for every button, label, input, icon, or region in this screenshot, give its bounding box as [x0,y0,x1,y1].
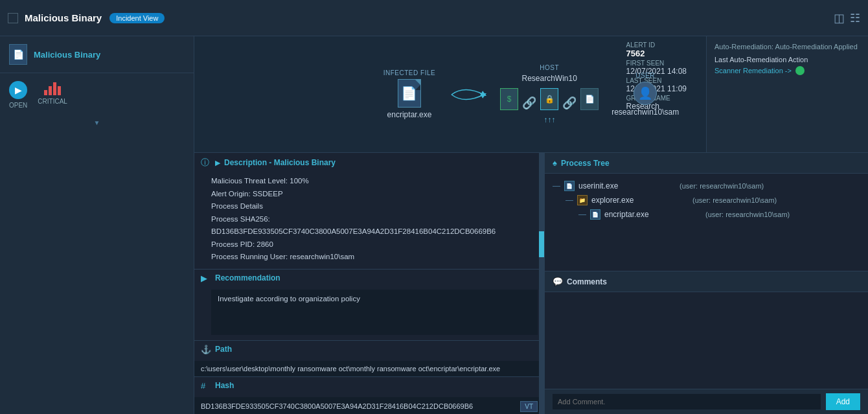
remediation-link[interactable]: Scanner Remediation -> [714,66,860,75]
description-section: ⓘ ▶ Description - Malicious Binary Malic… [194,153,544,270]
sidebar-file-icon: 📄 [9,44,27,65]
comments-footer: Add [545,389,868,414]
user-label: USER [635,72,655,79]
critical-label: CRITICAL [38,98,67,105]
process-icon-explorer: 📁 [577,195,588,205]
process-icon-encriptar: 📄 [590,209,600,220]
hash-section: # Hash BD136B3FDE933505CF3740C3800A5007E… [194,377,544,414]
lock-doc-icon: 🔒 [540,88,558,110]
sidebar-title: Malicious Binary [34,50,100,60]
process-pid: Process PID: 2860 [211,238,538,251]
add-comment-button[interactable]: Add [826,393,860,410]
path-header: ⚓ Path [194,341,544,358]
path-value: c:\users\user\desktop\monthly ransomware… [194,361,544,376]
sidebar-header: 📄 Malicious Binary [0,36,194,73]
recommendation-section: ▶ Recommendation Investigate according t… [194,270,544,341]
list-icon[interactable]: ☷ [850,11,860,25]
process-sha-value: BD136B3FDE933505CF3740C3800A5007E3A94A2D… [211,225,538,238]
tree-dash-1: — [553,181,560,190]
arrows-bottom: ↑↑↑ [543,115,555,124]
scroll-track [539,153,544,414]
process-details: Process Details [211,200,538,213]
user-name: researchwin10\sam [611,108,679,117]
process-name-encriptar: encriptar.exe [604,210,682,219]
alert-id-value: 7562 [626,49,687,58]
arrow-cluster [448,82,487,108]
open-badge: ▶ OPEN [9,81,27,109]
incident-badge: Incident View [109,13,165,23]
sidebar-badges: ▶ OPEN CRITICAL [0,73,194,117]
process-sha-label: Process SHA256: [211,213,538,226]
remediation-panel: Auto-Remediation: Auto-Remediation Appli… [706,36,868,152]
description-expand-arrow[interactable]: ▶ [215,159,220,167]
host-label: HOST [540,64,559,71]
alert-origin: Alert Origin: SSDEEP [211,188,538,201]
user-icon: 👤 [634,82,657,105]
comments-header: 💬 Comments [545,271,868,292]
file-icon: 📄 [398,79,421,108]
tree-row: — 📄 userinit.exe (user: researchwin10\sa… [553,179,860,193]
tree-dash-3: — [578,210,586,219]
right-panel: ♠ Process Tree — 📄 userinit.exe (user: r… [544,153,868,414]
remediation-status-icon [795,66,805,75]
bar-3 [53,82,56,95]
comments-section: 💬 Comments Add [545,271,868,414]
threat-level: Malicious Threat Level: 100% [211,175,538,188]
comments-icon: 💬 [553,277,563,286]
description-header: ⓘ ▶ Description - Malicious Binary [194,153,544,172]
tree-row: — 📄 encriptar.exe (user: researchwin10\s… [578,207,860,222]
auto-remediation-label: Auto-Remediation: [714,43,773,51]
hash-header: # Hash [194,377,544,395]
left-details-scroll[interactable]: ⓘ ▶ Description - Malicious Binary Malic… [194,153,544,414]
left-details: ⓘ ▶ Description - Malicious Binary Malic… [194,153,544,414]
recommendation-header: ▶ Recommendation [194,270,544,287]
open-label: OPEN [9,102,27,109]
host-chain-group: HOST ResearchWin10 $ 🔗 🔒 🔗 📄 ↑↑↑ [500,64,599,124]
infected-file-node: INFECTED FILE 📄 encriptar.exe [383,69,435,119]
description-icon: ⓘ [201,157,211,168]
description-title: Description - Malicious Binary [224,158,336,167]
path-section: ⚓ Path c:\users\user\desktop\monthly ran… [194,341,544,377]
path-title: Path [215,345,232,354]
user-node: USER 👤 researchwin10\sam [611,72,679,117]
infected-file-label: INFECTED FILE [383,69,435,76]
process-tree-content: — 📄 userinit.exe (user: researchwin10\sa… [545,174,868,227]
hash-title: Hash [215,381,234,390]
sidebar-arrow: ▼ [0,117,194,129]
process-user-explorer: (user: researchwin10\sam) [692,196,777,204]
dollar-doc-icon: $ [500,88,518,110]
infected-file-name: encriptar.exe [387,110,432,119]
comments-body [545,292,868,389]
doc-icon-3: 📄 [580,88,599,110]
recommendation-icon: ▶ [201,273,211,283]
viz-content: INFECTED FILE 📄 encriptar.exe [383,64,679,124]
chain-link-1: 🔗 [522,96,536,110]
hash-value-row: BD136B3FDE933505CF3740C3800A5007E3A94A2D… [194,397,544,414]
open-icon: ▶ [9,81,27,99]
main-layout: 📄 Malicious Binary ▶ OPEN CRITICAL [0,36,868,414]
vt-badge[interactable]: VT [520,401,538,412]
recommendation-content: Investigate according to organization po… [211,290,538,335]
process-user: Process Running User: researchwin10\sam [211,251,538,264]
bar-2 [49,86,52,95]
top-bar-icons: ◫ ☷ [834,11,860,25]
critical-badge: CRITICAL [38,81,67,109]
page-title: Malicious Binary [25,12,102,23]
chain-link-2: 🔗 [562,96,577,110]
auto-remediation-value: Auto-Remediation Applied [775,43,858,51]
comment-input[interactable] [553,394,821,409]
tree-dash-2: — [565,196,573,205]
viz-area: ALERT ID 7562 FIRST SEEN 12/07/2021 14:0… [194,36,868,153]
chain-icons-row: $ 🔗 🔒 🔗 📄 [500,88,599,110]
alert-id-label: ALERT ID [626,41,687,49]
hash-icon: # [201,381,211,391]
bar-1 [44,90,47,95]
layout-icon[interactable]: ◫ [834,11,845,25]
path-icon: ⚓ [201,345,211,354]
bottom-layout: ⓘ ▶ Description - Malicious Binary Malic… [194,153,868,414]
process-name-explorer: explorer.exe [591,196,669,205]
select-checkbox[interactable] [8,13,18,23]
top-bar: Malicious Binary Incident View ◫ ☷ [0,0,868,36]
process-tree-section: ♠ Process Tree — 📄 userinit.exe (user: r… [545,153,868,271]
remediation-link-text: Scanner Remediation -> [714,67,792,75]
